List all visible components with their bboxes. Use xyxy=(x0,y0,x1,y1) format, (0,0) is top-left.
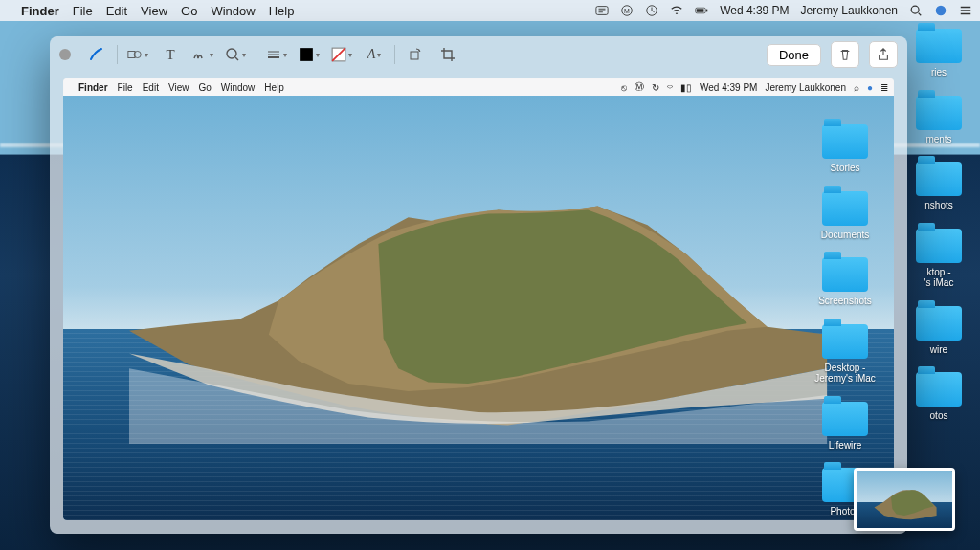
folder-icon xyxy=(916,229,962,263)
inner-desktop: Stories Documents Screenshots Desktop - … xyxy=(63,96,894,520)
folder-stories[interactable]: Stories xyxy=(812,124,879,174)
inner-menu-file: File xyxy=(118,82,133,93)
line-style-tool[interactable]: ▾ xyxy=(262,42,291,67)
magnifier-tool[interactable]: ▾ xyxy=(221,42,250,67)
folder-lifewire[interactable]: Lifewire xyxy=(812,402,879,451)
folder-outer-3[interactable]: ktop - 's iMac xyxy=(905,229,972,289)
folder-desktop-imac[interactable]: Desktop - Jeremy's iMac xyxy=(812,324,879,385)
thumbnail-island xyxy=(866,482,943,522)
menubar-user[interactable]: Jeremy Laukkonen xyxy=(801,4,898,17)
menu-edit[interactable]: Edit xyxy=(106,4,127,18)
inner-menu-edit: Edit xyxy=(143,82,159,93)
chevron-down-icon: ▾ xyxy=(145,51,148,59)
inner-battery-icon: ▮▯ xyxy=(680,82,692,93)
folder-icon xyxy=(822,191,868,226)
screenshot-editor-window: ▾ T ▾ ▾ ▾ ▾ ▾ A▾ Done Finder File Edit V… xyxy=(50,36,907,534)
separator xyxy=(256,45,256,64)
chevron-down-icon: ▾ xyxy=(210,51,213,59)
desktop-folders-inner: Stories Documents Screenshots Desktop - … xyxy=(812,124,879,517)
notification-center-icon[interactable] xyxy=(959,4,972,17)
folder-icon xyxy=(916,306,962,341)
inner-menu-view: View xyxy=(168,82,189,93)
text-style-tool[interactable]: A▾ xyxy=(360,42,389,67)
folder-outer-4[interactable]: wire xyxy=(905,306,972,356)
inner-menu-go: Go xyxy=(198,82,211,93)
inner-user: Jeremy Laukkonen xyxy=(765,82,846,93)
menu-view[interactable]: View xyxy=(141,4,167,18)
inner-wifi-icon: ⌔ xyxy=(667,82,673,93)
status-icon-1[interactable] xyxy=(595,4,609,17)
svg-rect-5 xyxy=(697,9,704,12)
svg-point-11 xyxy=(227,49,236,58)
inner-clock: Wed 4:39 PM xyxy=(700,82,757,93)
folder-outer-0[interactable]: ries xyxy=(905,29,972,78)
separator xyxy=(394,45,395,64)
folder-icon xyxy=(822,257,868,292)
desktop-folders-outer: ries ments nshots ktop - 's iMac wire ot… xyxy=(905,29,972,422)
siri-icon[interactable] xyxy=(934,4,947,17)
crop-tool[interactable] xyxy=(434,42,462,67)
trash-button[interactable] xyxy=(831,41,859,68)
folder-outer-1[interactable]: ments xyxy=(905,96,972,145)
chevron-down-icon: ▾ xyxy=(242,51,246,59)
done-button[interactable]: Done xyxy=(767,44,821,66)
status-icon-2[interactable]: M xyxy=(620,4,634,17)
folder-outer-5[interactable]: otos xyxy=(905,372,972,422)
menubar-clock[interactable]: Wed 4:39 PM xyxy=(720,4,789,17)
fill-color-tool[interactable]: ▾ xyxy=(327,42,356,67)
inner-notification-icon: ≣ xyxy=(880,82,888,93)
wallpaper-island xyxy=(129,172,827,444)
folder-icon xyxy=(822,402,868,436)
battery-icon[interactable] xyxy=(695,4,708,17)
inner-menu-window: Window xyxy=(221,82,256,93)
chevron-down-icon: ▾ xyxy=(348,51,352,59)
menu-help[interactable]: Help xyxy=(269,4,295,18)
separator xyxy=(117,45,118,64)
screenshot-canvas[interactable]: Finder File Edit View Go Window Help ⎋ Ⓜ… xyxy=(63,78,894,520)
folder-documents[interactable]: Documents xyxy=(812,191,879,241)
folder-outer-2[interactable]: nshots xyxy=(905,162,972,211)
inner-app-name: Finder xyxy=(78,82,108,93)
inner-spotlight-icon: ⌕ xyxy=(854,82,859,93)
app-name[interactable]: Finder xyxy=(21,4,59,18)
inner-siri-icon: ● xyxy=(867,82,873,93)
chevron-down-icon: ▾ xyxy=(316,51,320,59)
svg-rect-15 xyxy=(411,52,418,59)
screenshot-thumbnail[interactable] xyxy=(854,468,955,531)
folder-icon xyxy=(916,162,962,196)
menu-file[interactable]: File xyxy=(73,4,93,18)
chevron-down-icon: ▾ xyxy=(283,51,287,59)
shapes-tool[interactable]: ▾ xyxy=(123,42,152,67)
svg-point-8 xyxy=(936,6,947,16)
folder-icon xyxy=(822,324,868,359)
svg-text:M: M xyxy=(624,8,630,14)
stroke-color-tool[interactable]: ▾ xyxy=(295,42,323,67)
timemachine-icon[interactable] xyxy=(645,4,658,17)
menubar-inner: Finder File Edit View Go Window Help ⎋ Ⓜ… xyxy=(63,78,894,96)
text-tool[interactable]: T xyxy=(156,42,185,67)
share-button[interactable] xyxy=(869,41,898,68)
folder-screenshots[interactable]: Screenshots xyxy=(812,257,879,307)
pen-tool[interactable] xyxy=(82,42,111,67)
svg-rect-12 xyxy=(300,48,313,61)
menubar-outer: Finder File Edit View Go Window Help M W… xyxy=(0,0,980,21)
svg-point-7 xyxy=(911,6,919,13)
editor-toolbar: ▾ T ▾ ▾ ▾ ▾ ▾ A▾ Done xyxy=(50,36,907,73)
menu-window[interactable]: Window xyxy=(211,4,255,18)
close-window-button[interactable] xyxy=(59,49,71,60)
sign-tool[interactable]: ▾ xyxy=(189,42,217,67)
rotate-tool[interactable] xyxy=(401,42,430,67)
folder-icon xyxy=(916,372,962,407)
folder-icon xyxy=(916,96,962,130)
wifi-icon[interactable] xyxy=(670,4,683,17)
inner-status-icon: ⎋ xyxy=(621,82,627,93)
inner-timemachine-icon: ↻ xyxy=(652,82,659,93)
inner-menu-help: Help xyxy=(264,82,284,93)
menu-go[interactable]: Go xyxy=(181,4,197,18)
inner-status-icon: Ⓜ xyxy=(635,80,644,94)
spotlight-icon[interactable] xyxy=(909,4,923,17)
folder-icon xyxy=(916,29,962,63)
folder-icon xyxy=(822,124,868,159)
svg-rect-6 xyxy=(706,10,707,12)
chevron-down-icon: ▾ xyxy=(377,51,381,59)
